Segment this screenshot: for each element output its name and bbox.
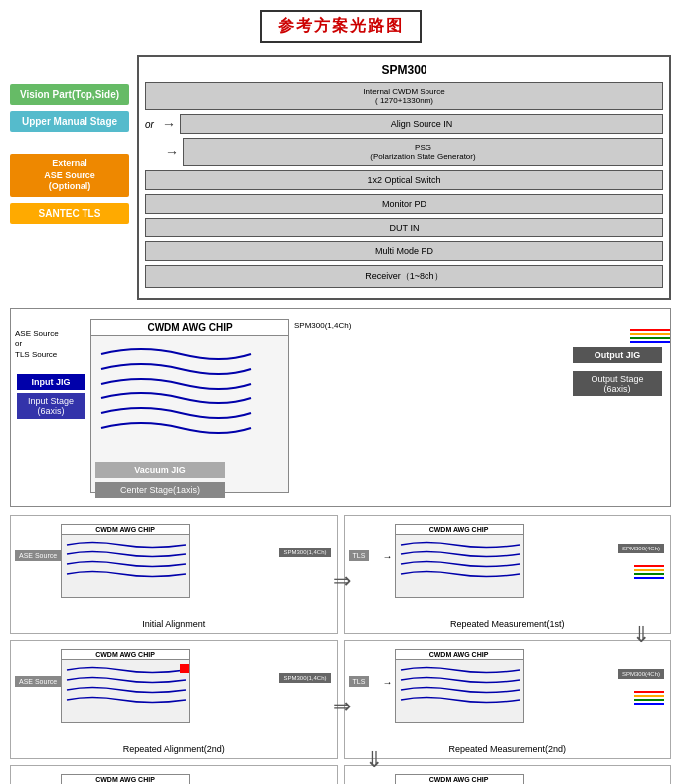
cline-y1 bbox=[634, 569, 664, 571]
color-lines-1 bbox=[634, 565, 664, 579]
mini-chip-title-4: CWDM AWG CHIP bbox=[396, 650, 523, 660]
top-section: Vision Part(Top,Side) Upper Manual Stage… bbox=[10, 55, 671, 300]
cell-repeated-meas-2: TLS → CWDM AWG CHIP SPM300(4Ch) Repeated… bbox=[344, 640, 672, 759]
input-jig-main: Input JIG bbox=[17, 374, 85, 390]
mini-chip-title-3: CWDM AWG CHIP bbox=[62, 650, 189, 660]
arrow-4: → bbox=[383, 677, 393, 688]
spm-row-receiver: Receiver（1~8ch） bbox=[145, 265, 663, 288]
color-lines-main bbox=[630, 329, 670, 343]
output-jig-main: Output JIG bbox=[573, 347, 662, 363]
spm300-label-main: SPM300(1,4Ch) bbox=[294, 321, 351, 330]
waves-svg-main bbox=[91, 334, 290, 463]
arrow-2: → bbox=[383, 551, 393, 562]
cline-b1 bbox=[634, 577, 664, 579]
mini-chip-title-5: CWDM AWG CHIP bbox=[62, 775, 189, 784]
process-label-1: Initial Alignment bbox=[11, 619, 337, 629]
color-line-yellow bbox=[630, 333, 670, 335]
color-lines-2 bbox=[634, 691, 664, 705]
cline-g2 bbox=[634, 699, 664, 701]
mini-chip-title-1: CWDM AWG CHIP bbox=[62, 525, 189, 535]
optical-switch-block: 1x2 Optical Switch bbox=[145, 170, 663, 190]
spm300-title: SPM300 bbox=[145, 63, 663, 77]
page-container: 参考方案光路图 Vision Part(Top,Side) Upper Manu… bbox=[0, 0, 681, 784]
process-arrow-right-1: ⇒ bbox=[333, 568, 351, 594]
mini-waves-2 bbox=[396, 535, 525, 589]
tls-box-2: TLS bbox=[349, 676, 370, 687]
process-arrow-down-4: ⇓ bbox=[365, 747, 383, 773]
mini-spm-1: SPM300(1,4Ch) bbox=[279, 548, 330, 557]
page-title: 参考方案光路图 bbox=[260, 10, 422, 43]
wave-container-main bbox=[91, 334, 288, 389]
cline-r2 bbox=[634, 691, 664, 693]
mini-chip-1: CWDM AWG CHIP bbox=[61, 524, 190, 598]
mini-spm-2: SPM300(4Ch) bbox=[618, 544, 664, 553]
color-line-green bbox=[630, 337, 670, 339]
cell-repeated-meas-1: TLS → CWDM AWG CHIP SPM300(4Ch) Repeated bbox=[344, 515, 672, 634]
arrow-psg: → bbox=[165, 144, 179, 160]
monitor-pd-block: Monitor PD bbox=[145, 194, 663, 214]
arrow-align: → bbox=[162, 116, 176, 132]
cline-g1 bbox=[634, 573, 664, 575]
mini-waves-3 bbox=[62, 660, 191, 714]
or-text: or bbox=[145, 119, 154, 130]
main-diagram: ASE Source or TLS Source → CWDM AWG CHIP… bbox=[10, 308, 671, 507]
red-square-2 bbox=[180, 664, 189, 673]
internal-cwdm-block: Internal CWDM Source ( 1270+1330nm) bbox=[145, 82, 663, 110]
santec-tls-label: SANTEC TLS bbox=[10, 203, 129, 224]
cline-b2 bbox=[634, 703, 664, 705]
ase-source-box-1: ASE Source bbox=[15, 550, 61, 561]
process-arrow-right-3: ⇒ bbox=[333, 694, 351, 719]
receiver-block: Receiver（1~8ch） bbox=[145, 265, 663, 288]
spm-row-cwdm: Internal CWDM Source ( 1270+1330nm) bbox=[145, 82, 663, 110]
spm-row-switch: 1x2 Optical Switch bbox=[145, 170, 663, 190]
process-arrow-down-2: ⇓ bbox=[632, 622, 650, 648]
spm-row-multimode: Multi Mode PD bbox=[145, 241, 663, 261]
mini-chip-2: CWDM AWG CHIP bbox=[395, 524, 524, 598]
mini-chip-3: CWDM AWG CHIP bbox=[61, 649, 190, 723]
cell-repeated-meas-n: TLS → CWDM AWG CHIP SPM300(4Ch) Repeated… bbox=[344, 765, 672, 784]
output-stage-main: Output Stage (6axis) bbox=[573, 371, 662, 396]
spm-row-dut: DUT IN bbox=[145, 218, 663, 237]
color-line-blue bbox=[630, 341, 670, 343]
mini-waves-4 bbox=[396, 660, 525, 714]
mini-chip-title-6: CWDM AWG CHIP bbox=[396, 775, 523, 784]
process-section: ASE Source → CWDM AWG CHIP SPM300(1,4Ch)… bbox=[10, 515, 671, 784]
multimode-pd-block: Multi Mode PD bbox=[145, 241, 663, 261]
mini-chip-6: CWDM AWG CHIP bbox=[395, 774, 524, 784]
upper-manual-label: Upper Manual Stage bbox=[10, 111, 129, 132]
vision-label: Vision Part(Top,Side) bbox=[10, 84, 129, 105]
cell-repeated-align-n: ASE Source → CWDM AWG CHIP SPM300(1,4Ch)… bbox=[10, 765, 338, 784]
cell-repeated-align-2: ASE Source → CWDM AWG CHIP SPM300(1,4Ch)… bbox=[10, 640, 338, 759]
process-label-3: Repeated Alignment(2nd) bbox=[11, 744, 337, 754]
spm-row-psg: → PSG (Polarization State Generator) bbox=[145, 138, 663, 166]
cline-y2 bbox=[634, 695, 664, 697]
input-stage-main: Input Stage (6axis) bbox=[17, 393, 85, 419]
ase-source-label: ASE Source or TLS Source bbox=[15, 329, 59, 360]
process-label-2: Repeated Measurement(1st) bbox=[345, 619, 671, 629]
ase-source-box-2: ASE Source bbox=[15, 676, 61, 687]
align-source-block: Align Source IN bbox=[180, 114, 663, 134]
cell-initial-alignment: ASE Source → CWDM AWG CHIP SPM300(1,4Ch)… bbox=[10, 515, 338, 634]
external-ase-label: External ASE Source (Optional) bbox=[10, 154, 129, 197]
cline-r1 bbox=[634, 565, 664, 567]
mini-chip-title-2: CWDM AWG CHIP bbox=[396, 525, 523, 535]
spm300-box: SPM300 Internal CWDM Source ( 1270+1330n… bbox=[137, 55, 671, 300]
mini-chip-5: CWDM AWG CHIP bbox=[61, 774, 190, 784]
center-stage-main: Center Stage(1axis) bbox=[95, 482, 225, 498]
spm-row-monitor: Monitor PD bbox=[145, 194, 663, 214]
mini-spm-4: SPM300(4Ch) bbox=[618, 669, 664, 679]
tls-box-1: TLS bbox=[349, 550, 370, 561]
mini-waves-1 bbox=[62, 535, 191, 589]
spm-row-align: or → Align Source IN bbox=[145, 114, 663, 134]
vacuum-jig-main: Vacuum JIG bbox=[95, 462, 225, 478]
process-label-4: Repeated Measurement(2nd) bbox=[345, 744, 671, 754]
color-line-red bbox=[630, 329, 670, 331]
mini-chip-4: CWDM AWG CHIP bbox=[395, 649, 524, 723]
left-labels: Vision Part(Top,Side) Upper Manual Stage… bbox=[10, 84, 129, 300]
dut-in-block: DUT IN bbox=[145, 218, 663, 237]
mini-spm-3: SPM300(1,4Ch) bbox=[279, 673, 330, 683]
psg-block: PSG (Polarization State Generator) bbox=[183, 138, 663, 166]
